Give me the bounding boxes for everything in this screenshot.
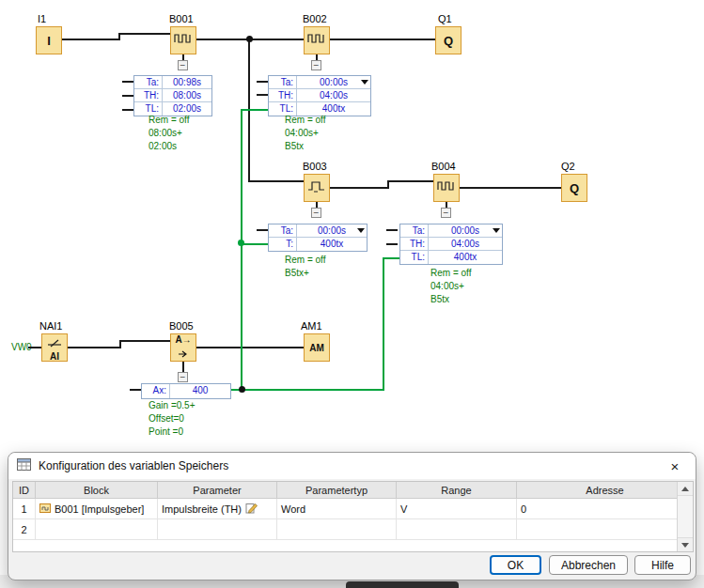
block-q2[interactable]: Q [561,174,587,202]
scroll-up-icon[interactable] [678,482,693,496]
param-note: 04:00s+ [285,128,319,138]
collapse-button-b005[interactable]: − [178,372,188,382]
param-row: TH: 04:00s [269,89,370,102]
dialog-titlebar[interactable]: Konfiguration des variablen Speichers × [8,453,696,479]
param-value[interactable]: 400 [170,384,230,398]
ok-button[interactable]: OK [490,555,541,575]
column-header-parameter[interactable]: Parameter [158,482,277,498]
wire-segment [119,340,170,342]
param-note: B5tx [285,141,304,151]
wire-segment-green [241,109,268,111]
param-box-b003: Ta: 00:00s T: 400tx [268,224,368,252]
param-note: Offset=0 [149,413,184,424]
param-row: Ta: 00:00s [400,224,502,238]
param-value[interactable]: 08:00s [163,89,211,101]
cell-range: V [397,499,517,518]
block-b005[interactable]: A→ [170,333,196,362]
param-note: B5tx [430,294,449,304]
param-value[interactable]: 00:00s [297,224,367,237]
block-q1[interactable]: Q [435,26,462,54]
dropdown-arrow-icon[interactable] [493,228,500,233]
scrollbar[interactable] [677,482,693,551]
param-value[interactable]: 00:00s [297,76,370,88]
close-icon[interactable]: × [662,456,688,476]
taskbar-fragment[interactable] [346,581,459,588]
block-am1[interactable]: AM [304,333,330,362]
dropdown-arrow-icon[interactable] [361,80,368,85]
block-b005-text: A→ [175,334,191,345]
block-label-q2: Q2 [561,161,575,172]
wire-segment-green [383,257,384,391]
cell-parameter[interactable]: Impulsbreite (TH) [158,499,277,518]
block-b002[interactable] [304,26,330,54]
collapse-button-b001[interactable]: − [178,60,188,70]
collapse-button-b003[interactable]: − [311,208,321,218]
param-value[interactable]: 00:00s [429,224,502,237]
param-value[interactable]: 400tx [297,102,370,116]
param-value[interactable]: 400tx [429,251,502,264]
scroll-down-icon[interactable] [678,537,693,551]
pulse-icon [307,179,326,196]
cell-parametertyp [277,519,397,539]
column-header-parametertyp[interactable]: Parametertyp [277,482,397,498]
column-header-adresse[interactable]: Adresse [517,482,693,498]
param-note: 08:00s+ [149,128,182,138]
block-label-b002: B002 [303,13,327,24]
wire-segment [68,347,120,348]
cell-parametertyp: Word [277,499,397,518]
table-row[interactable]: 2 [13,519,693,540]
param-note: Rem = off [149,115,189,125]
wire-segment [330,187,389,189]
block-b003[interactable] [304,174,330,202]
block-label-b005: B005 [169,320,194,332]
param-label: TH: [134,89,163,101]
column-header-range[interactable]: Range [397,482,517,498]
param-value[interactable]: 04:00s [429,238,502,250]
column-header-block[interactable]: Block [36,482,158,498]
wire-segment-green [383,257,399,259]
pin-tick [257,229,268,231]
table-row[interactable]: 1 B001 [Impulsgeber] Impulsbreite (TH) W… [13,499,693,519]
wire-segment-green [231,389,384,391]
variable-memory-table: ID Block Parameter Parametertyp Range Ad… [12,481,694,552]
param-value[interactable]: 400tx [297,238,367,251]
table-header: ID Block Parameter Parametertyp Range Ad… [13,482,693,499]
param-value[interactable]: 04:00s [297,89,370,101]
block-i1[interactable]: I [36,26,62,54]
param-note: Gain =0.5+ [149,400,195,410]
cancel-button[interactable]: Abbrechen [549,555,628,575]
block-label-b003: B003 [303,161,327,172]
edit-icon[interactable] [245,502,258,516]
param-label: Ta: [269,224,297,237]
help-button[interactable]: Hilfe [634,555,691,575]
junction-dot [238,240,244,246]
param-row: TH: 08:00s [134,89,211,102]
column-header-id[interactable]: ID [13,482,36,498]
param-label: Ax: [142,384,170,398]
collapse-button-b004[interactable]: − [441,208,451,218]
dropdown-arrow-icon[interactable] [357,228,365,233]
param-value[interactable]: 00:98s [163,76,211,88]
block-am1-text: AM [309,343,324,353]
block-b004[interactable] [433,174,460,202]
block-label-q1: Q1 [438,13,452,24]
block-label-b004: B004 [431,161,456,172]
param-note: B5tx+ [285,268,309,278]
param-label: TL: [269,102,297,116]
param-row: TL: 400tx [400,251,502,264]
param-row: TH: 04:00s [400,238,502,251]
param-value[interactable]: 02:00s [163,102,211,116]
block-b001[interactable] [170,26,196,54]
collapse-button-b002[interactable]: − [311,60,321,70]
wire-segment [28,347,41,348]
pulse-train-icon [174,32,193,49]
param-note: 04:00s+ [430,281,464,291]
wire-segment-green [241,109,242,391]
block-nai1[interactable]: AI [41,333,68,362]
param-label: TL: [134,102,163,116]
block-label-i1: I1 [38,13,46,24]
dialog-title: Konfiguration des variablen Speichers [39,459,228,472]
pin-tick [122,109,133,111]
junction-dot [239,386,245,393]
pin-tick [386,243,398,245]
